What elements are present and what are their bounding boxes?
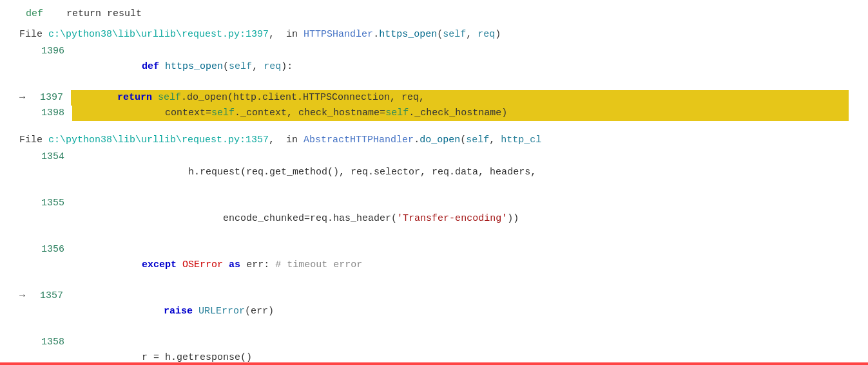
code-content: h.request(req.get_method(), req.selector…	[72, 149, 849, 196]
line-number: 1397	[35, 90, 71, 106]
code-line-1357: → 1357 raise URLError(err)	[19, 288, 849, 335]
no-arrow	[19, 44, 37, 59]
code-line-1398: 1398 context=self._context, check_hostna…	[19, 106, 849, 121]
line-number: 1354	[37, 149, 72, 165]
code-line-1397: → 1397 return self.do_open(http.client.H…	[19, 90, 849, 106]
no-arrow	[19, 335, 37, 350]
code-content: def https_open(self, req):	[72, 44, 849, 90]
no-arrow	[19, 196, 37, 211]
no-arrow	[19, 106, 37, 121]
line-number: 1355	[37, 196, 72, 211]
code-line-1355: 1355 encode_chunked=req.has_header('Tran…	[19, 196, 849, 242]
code-line-1358: 1358 r = h.getresponse()	[19, 335, 849, 365]
code-container: def return result File c:\python38\lib\u…	[0, 0, 868, 365]
code-content: except OSError as err: # timeout error	[72, 242, 849, 288]
file-path-2: File c:\python38\lib\urllib\request.py:1…	[19, 133, 849, 148]
line-number: 1356	[37, 242, 72, 257]
code-content: encode_chunked=req.has_header('Transfer-…	[72, 196, 849, 242]
code-content-highlighted: return self.do_open(http.client.HTTPSCon…	[71, 90, 849, 106]
line-number: 1398	[37, 106, 72, 121]
code-content-highlighted: context=self._context, check_hostname=se…	[72, 106, 849, 121]
line-number: 1358	[37, 335, 72, 350]
code-content: raise URLError(err)	[71, 288, 849, 335]
arrow-indicator: →	[19, 90, 35, 106]
arrow-indicator: →	[19, 288, 35, 304]
traceback-block-1: File c:\python38\lib\urllib\request.py:1…	[19, 27, 849, 121]
code-content: r = h.getresponse()	[72, 335, 849, 365]
no-arrow	[19, 242, 37, 257]
traceback-block-2: File c:\python38\lib\urllib\request.py:1…	[19, 133, 849, 365]
top-hint-line: def return result	[19, 6, 849, 22]
line-number: 1357	[35, 288, 71, 304]
line-number: 1396	[37, 44, 72, 59]
code-line-1354: 1354 h.request(req.get_method(), req.sel…	[19, 149, 849, 196]
bottom-status-bar	[0, 362, 868, 365]
file-path-1: File c:\python38\lib\urllib\request.py:1…	[19, 27, 849, 42]
code-line-1356: 1356 except OSError as err: # timeout er…	[19, 242, 849, 288]
no-arrow	[19, 149, 37, 165]
code-line-1396: 1396 def https_open(self, req):	[19, 44, 849, 90]
